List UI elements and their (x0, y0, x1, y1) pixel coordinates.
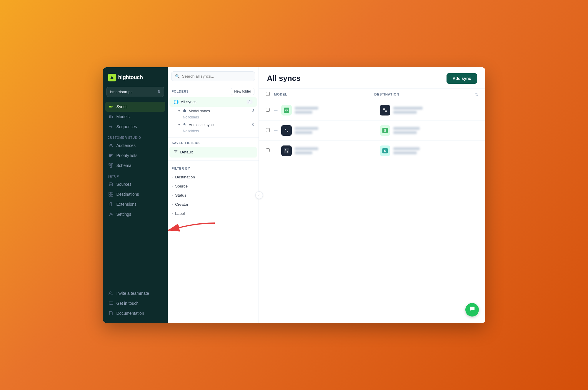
filter-creator-label: Creator (175, 202, 188, 207)
svg-rect-48 (285, 149, 286, 150)
svg-text:S: S (384, 149, 386, 153)
destinations-icon (108, 192, 114, 197)
svg-rect-9 (109, 156, 111, 157)
sidebar-item-destinations[interactable]: Destinations (105, 189, 165, 199)
main-content: All syncs Add sync MODEL DESTINATION ⇅ —… (259, 67, 485, 323)
filter-source[interactable]: › Source (168, 182, 259, 191)
filter-destination[interactable]: › Destination (168, 173, 259, 182)
svg-rect-7 (109, 154, 113, 155)
filter-creator[interactable]: › Creator (168, 200, 259, 209)
main-header: All syncs Add sync (259, 67, 485, 89)
sidebar-item-documentation-label: Documentation (116, 311, 144, 316)
svg-rect-22 (111, 195, 113, 196)
sidebar-item-schema[interactable]: Schema (105, 160, 165, 170)
get-in-touch-icon (108, 301, 114, 306)
sidebar-item-get-in-touch[interactable]: Get in touch (105, 298, 165, 308)
sidebar-item-documentation[interactable]: Documentation (105, 308, 165, 318)
row-checkbox-3[interactable] (266, 148, 274, 153)
new-folder-button[interactable]: New folder (231, 88, 254, 95)
row-destination-1 (380, 105, 478, 116)
sidebar-bottom: Invite a teammate Get in touch Documenta… (103, 288, 168, 318)
folders-header: FOLDERS New folder (168, 84, 259, 97)
filter-label[interactable]: › Label (168, 209, 259, 218)
model-text-3 (295, 147, 318, 154)
filter-status-label: Status (175, 193, 186, 197)
dest-blur-line-3a (393, 147, 420, 150)
logo: hightouch (103, 67, 168, 87)
model-syncs-row[interactable]: ▾ Model syncs 3 (168, 107, 259, 115)
svg-rect-2 (109, 116, 110, 118)
audience-syncs-count: 0 (252, 123, 254, 127)
table-row[interactable]: — S (259, 120, 485, 141)
sidebar-item-audiences[interactable]: Audiences (105, 140, 165, 150)
setup-nav: SETUP Sources Destinations Extensions (103, 172, 168, 219)
row-checkbox-1[interactable] (266, 108, 274, 113)
model-text-1 (295, 107, 318, 114)
dest-blur-line-2b (393, 131, 417, 134)
chat-fab-button[interactable] (465, 303, 479, 317)
chat-fab-icon (469, 306, 475, 314)
filter-by-label: FILTER BY (168, 163, 259, 173)
default-filter-label: Default (180, 150, 193, 154)
sequences-icon (108, 124, 114, 129)
table-row[interactable]: — S (259, 141, 485, 161)
sidebar-item-syncs[interactable]: Syncs (105, 102, 165, 112)
svg-rect-44 (287, 131, 288, 132)
header-checkbox[interactable] (266, 92, 274, 97)
sort-icon[interactable]: ⇅ (475, 92, 478, 97)
sidebar-item-priority-lists-label: Priority lists (116, 153, 138, 158)
audience-syncs-left: ▾ Audience syncs (178, 123, 216, 127)
row-status-2: — (274, 128, 278, 133)
sidebar-item-invite-label: Invite a teammate (116, 291, 149, 296)
select-all-checkbox[interactable] (266, 92, 270, 96)
dest-icon-2: S (380, 125, 390, 136)
svg-rect-40 (383, 108, 385, 110)
model-blur-line-1a (295, 107, 318, 110)
sidebar-item-destinations-label: Destinations (116, 192, 139, 197)
models-icon (108, 114, 114, 119)
row-model-1: G (281, 105, 380, 116)
filter-status[interactable]: › Status (168, 191, 259, 200)
row-status-1: — (274, 108, 278, 112)
model-blur-line-3a (295, 147, 318, 150)
audiences-icon (108, 143, 114, 148)
model-icon-2 (281, 125, 292, 136)
audience-syncs-row[interactable]: ▾ Audience syncs 0 (168, 121, 259, 128)
workspace-selector[interactable]: bmorrison-ps ⇅ (106, 87, 164, 97)
model-syncs-label: Model syncs (189, 109, 210, 113)
svg-point-1 (111, 106, 113, 108)
dest-icon-3: S (380, 145, 390, 156)
search-input-wrap[interactable]: 🔍 (171, 71, 255, 81)
svg-rect-42 (284, 128, 289, 133)
model-text-2 (295, 127, 318, 134)
settings-icon (108, 212, 114, 217)
sidebar-item-invite[interactable]: Invite a teammate (105, 288, 165, 298)
svg-point-25 (110, 292, 111, 293)
table-row[interactable]: — G (259, 100, 485, 120)
divider-1 (168, 137, 259, 138)
sidebar-item-sequences[interactable]: Sequences (105, 122, 165, 132)
dest-text-2 (393, 127, 420, 134)
sidebar-item-audiences-label: Audiences (116, 143, 136, 148)
sidebar-item-models[interactable]: Models (105, 112, 165, 122)
audience-syncs-label: Audience syncs (189, 123, 216, 127)
row-checkbox-2[interactable] (266, 128, 274, 133)
add-sync-button[interactable]: Add sync (447, 73, 477, 84)
collapse-panel-button[interactable]: ‹ (255, 191, 263, 199)
search-input[interactable] (182, 74, 251, 78)
model-icon-1: G (281, 105, 292, 116)
page-title: All syncs (267, 74, 301, 83)
sidebar-item-sources[interactable]: Sources (105, 179, 165, 189)
sidebar-item-settings[interactable]: Settings (105, 209, 165, 219)
dest-icon-1 (380, 105, 390, 116)
svg-rect-49 (287, 151, 288, 153)
default-filter[interactable]: Default (169, 147, 257, 158)
sidebar-item-priority-lists[interactable]: Priority lists (105, 150, 165, 160)
all-syncs-folder[interactable]: 🌐 All syncs 3 (169, 97, 257, 107)
sidebar-item-extensions[interactable]: Extensions (105, 199, 165, 209)
svg-rect-10 (109, 163, 110, 165)
svg-rect-4 (112, 116, 113, 118)
main-nav: Syncs Models Sequences (103, 102, 168, 132)
all-syncs-label: All syncs (181, 100, 196, 104)
svg-rect-21 (109, 195, 111, 196)
